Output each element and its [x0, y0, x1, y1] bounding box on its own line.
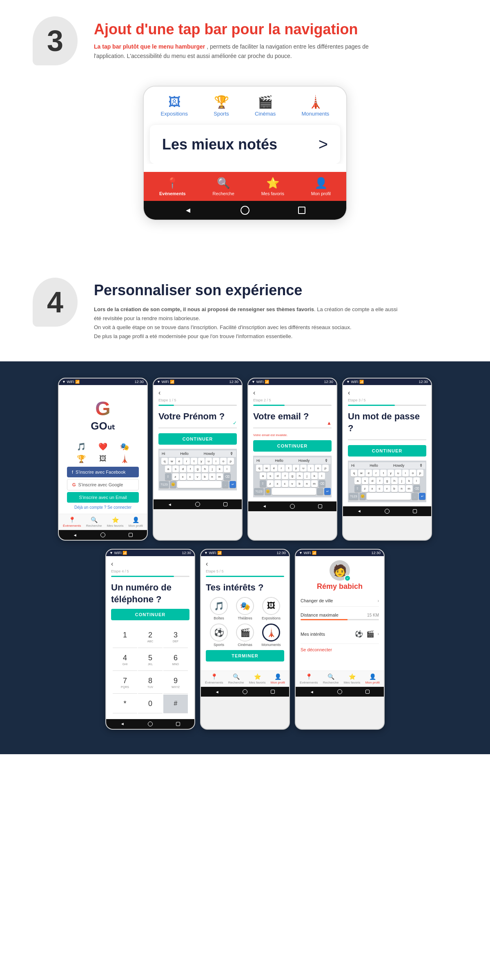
key-m3[interactable]: m	[406, 485, 412, 492]
key-emoji3[interactable]: 😊	[359, 493, 366, 500]
distance-slider[interactable]	[301, 619, 379, 620]
key-n3[interactable]: n	[399, 485, 405, 492]
expositions-icon-wrap[interactable]: 🖼	[262, 597, 280, 615]
sug2-mic-icon[interactable]: 🎙	[325, 459, 328, 463]
key-y2[interactable]: y	[293, 465, 299, 472]
key-c3[interactable]: c	[376, 485, 383, 492]
key-w2[interactable]: w	[263, 465, 270, 472]
key-j3[interactable]: j	[399, 477, 405, 484]
key-z2[interactable]: z	[267, 480, 274, 487]
city-row[interactable]: Changer de ville ›	[301, 595, 379, 607]
tab-expositions[interactable]: 🖼 Expositions	[161, 95, 188, 117]
key-e3[interactable]: e	[365, 470, 372, 477]
key-u3[interactable]: u	[395, 470, 401, 477]
city-arrow-icon[interactable]: ›	[378, 599, 379, 603]
key-o[interactable]: o	[220, 458, 227, 465]
key-backspace[interactable]: ⌫	[224, 473, 231, 480]
terminer-btn[interactable]: TERMINER	[206, 650, 284, 662]
numpad-9[interactable]: 9WXYZ	[163, 672, 188, 694]
key-m2[interactable]: m	[311, 480, 318, 487]
android-back-step1[interactable]: ◄	[168, 502, 172, 507]
key-q3[interactable]: q	[351, 470, 357, 477]
key-c[interactable]: c	[187, 473, 194, 480]
nav-profil[interactable]: 👤 Mon profil	[311, 177, 331, 196]
key-a2[interactable]: a	[260, 472, 266, 479]
key-i[interactable]: i	[213, 458, 219, 465]
mini-nav-profil[interactable]: 👤 Mon profil	[129, 517, 143, 528]
key-g[interactable]: g	[194, 466, 201, 472]
numpad-star[interactable]: *	[113, 695, 137, 713]
key-m[interactable]: m	[216, 473, 223, 480]
key-q2[interactable]: q	[256, 465, 263, 472]
tab-sports[interactable]: 🏆 Sports	[214, 95, 229, 117]
key-i2[interactable]: i	[307, 465, 314, 472]
key-b[interactable]: b	[202, 473, 208, 480]
sug-mic-icon[interactable]: 🎙	[230, 452, 234, 456]
key-b2[interactable]: b	[296, 480, 303, 487]
facebook-signup-btn[interactable]: f S'inscrire avec Facebook	[67, 467, 139, 477]
key-enter2[interactable]: ↵	[324, 488, 331, 495]
key-f3[interactable]: f	[376, 477, 383, 484]
step2-back-btn[interactable]: ‹	[253, 389, 332, 396]
step2-continuer-btn[interactable]: CONTINUER	[253, 440, 332, 452]
numpad-5[interactable]: 5JKL	[138, 649, 163, 671]
interest-expositions[interactable]: 🖼 Expositions	[260, 597, 283, 620]
key-s2[interactable]: s	[267, 472, 274, 479]
key-emoji[interactable]: 😊	[170, 481, 176, 488]
key-t3[interactable]: t	[380, 470, 387, 477]
best-rated-card[interactable]: Les mieux notés >	[150, 125, 340, 164]
android-recents-splash[interactable]	[129, 533, 133, 537]
step3-continuer-btn[interactable]: CONTINUER	[348, 445, 426, 457]
key-1232[interactable]: ?123	[254, 488, 264, 495]
key-space2[interactable]	[272, 488, 316, 495]
step3-back-btn[interactable]: ‹	[348, 389, 426, 396]
key-k[interactable]: k	[216, 466, 223, 472]
interest-sports[interactable]: ⚽ Sports	[207, 624, 230, 647]
android-back-step5[interactable]: ◄	[215, 690, 219, 694]
key-r[interactable]: r	[183, 458, 190, 465]
android-back-profile[interactable]: ◄	[310, 690, 314, 694]
interests-row-profile[interactable]: Mes intérêts ⚽ 🎬 ›	[301, 624, 379, 644]
key-period3[interactable]: .	[412, 493, 418, 500]
step1-back-btn[interactable]: ‹	[158, 389, 237, 396]
key-d[interactable]: d	[180, 466, 186, 472]
key-e2[interactable]: e	[271, 465, 277, 472]
interest-boites[interactable]: 🎵 Boîtes	[207, 597, 230, 620]
step1-input[interactable]: ✓	[158, 426, 237, 428]
key-emoji2[interactable]: 😊	[265, 488, 271, 495]
android-back-splash[interactable]: ◄	[73, 533, 77, 537]
android-home-step5[interactable]	[243, 689, 247, 694]
key-o2[interactable]: o	[315, 465, 321, 472]
key-l3[interactable]: l	[413, 477, 420, 484]
mini-nav-evenements3[interactable]: 📍 Evènements	[300, 673, 318, 684]
key-enter[interactable]: ↵	[229, 481, 236, 488]
cinemas-icon-wrap[interactable]: 🎬	[236, 624, 254, 641]
key-k3[interactable]: k	[406, 477, 412, 484]
numpad-6[interactable]: 6MNO	[163, 649, 188, 671]
monuments-icon-wrap[interactable]: 🗼	[262, 624, 280, 641]
android-home-btn[interactable]	[241, 206, 249, 215]
android-home-step4[interactable]	[148, 722, 153, 726]
login-link[interactable]: Déjà un compte ? Se connecter	[64, 505, 142, 510]
key-h3[interactable]: h	[391, 477, 398, 484]
key-123[interactable]: ?123	[159, 481, 169, 488]
key-c2[interactable]: c	[282, 480, 288, 487]
interests-arrow[interactable]: ›	[378, 632, 379, 636]
google-signup-btn[interactable]: G S'inscrire avec Google	[67, 479, 139, 490]
key-enter3[interactable]: ↵	[419, 493, 425, 500]
nav-evenements[interactable]: 📍 Evènements	[159, 177, 186, 196]
android-back-step4[interactable]: ◄	[120, 722, 125, 726]
key-a[interactable]: a	[165, 466, 172, 472]
mini-nav-favoris2[interactable]: ⭐ Mes favoris	[249, 673, 266, 684]
numpad-2[interactable]: 2ABC	[138, 626, 163, 648]
key-d2[interactable]: d	[274, 472, 281, 479]
numpad-8[interactable]: 8TUV	[138, 672, 163, 694]
android-recents-step2[interactable]	[318, 504, 322, 508]
key-j[interactable]: j	[209, 466, 216, 472]
theatres-icon-wrap[interactable]: 🎭	[236, 597, 254, 615]
key-l2[interactable]: l	[318, 472, 325, 479]
android-home-step1[interactable]	[195, 502, 200, 507]
key-l[interactable]: l	[224, 466, 230, 472]
key-e[interactable]: e	[176, 458, 183, 465]
mini-nav-evenements[interactable]: 📍 Évènements	[63, 517, 81, 528]
